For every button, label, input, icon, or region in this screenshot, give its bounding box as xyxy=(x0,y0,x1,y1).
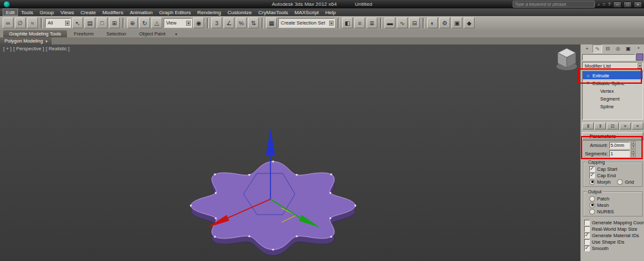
toolbar-item[interactable]: ▾ xyxy=(41,18,43,28)
z-axis-arrow[interactable] xyxy=(266,128,275,155)
amount-spinner[interactable]: ▴▾ xyxy=(631,141,636,149)
ribbon-tab[interactable]: Graphite Modeling Tools xyxy=(3,30,67,37)
layer-manager-icon[interactable]: ≣ ▾ xyxy=(366,17,377,28)
radio[interactable]: NURBS xyxy=(584,208,641,215)
select-and-scale-icon[interactable]: △ ▾ xyxy=(151,17,162,28)
remove-modifier-button[interactable]: × xyxy=(620,122,631,130)
unlink-selection-icon[interactable]: ∅ ▾ xyxy=(15,17,26,28)
rectangular-region-icon[interactable]: □ ▾ xyxy=(97,17,108,28)
snaps-toggle-icon[interactable]: 3 ▾ xyxy=(211,17,222,28)
reference-coordinate-dropdown[interactable]: View ▾ xyxy=(164,18,192,28)
help-icon[interactable]: ? xyxy=(608,2,611,7)
toolbar-item[interactable]: ▾ xyxy=(380,18,382,28)
menu-item[interactable]: Group xyxy=(36,9,57,15)
stack-item-spline[interactable]: Spline xyxy=(583,102,643,110)
align-icon[interactable]: ≡ ▾ xyxy=(354,17,365,28)
select-and-link-icon[interactable]: ∞ ▾ xyxy=(3,17,14,28)
checkbox[interactable]: Cap End xyxy=(584,172,641,179)
show-end-result-button[interactable]: ‖ xyxy=(594,122,606,130)
menu-item[interactable]: Views xyxy=(57,9,77,15)
object-name-field[interactable] xyxy=(582,54,635,61)
make-unique-button[interactable]: ⊡ xyxy=(607,122,618,130)
toolbar-item[interactable]: ▾ xyxy=(337,18,339,28)
tab-display[interactable]: ▣ xyxy=(623,44,633,53)
selection-filter-dropdown[interactable]: All ▾ xyxy=(45,18,71,28)
render-production-icon[interactable]: ◆ ▾ xyxy=(464,17,475,28)
toolbar-item[interactable]: ▾ xyxy=(261,18,263,28)
favorites-star-icon[interactable]: ☆ xyxy=(602,2,606,7)
select-and-move-icon[interactable]: ⊕ ▾ xyxy=(127,17,138,28)
toolbar-item[interactable]: ▾ xyxy=(207,18,209,28)
modifier-list-dropdown[interactable]: Modifier List ▾ xyxy=(582,62,643,70)
bind-to-spacewarp-icon[interactable]: ≈ ▾ xyxy=(27,17,38,28)
checkbox[interactable]: Smooth xyxy=(581,245,644,251)
checkbox[interactable]: Real-World Map Size xyxy=(581,226,644,232)
infocenter-search-input[interactable]: Type a keyword or phrase xyxy=(513,1,595,8)
radio[interactable]: Morph xyxy=(585,179,611,185)
ribbon-tab[interactable]: Object Paint xyxy=(133,30,171,37)
material-editor-icon[interactable]: ◐ ▾ xyxy=(427,17,438,28)
viewcube-icon[interactable] xyxy=(556,48,577,70)
angle-snap-icon[interactable]: ∠ ▾ xyxy=(223,17,234,28)
stack-item-vertex[interactable]: Vertex xyxy=(583,87,643,95)
polygon-modeling-tab[interactable]: Polygon Modeling ▾ xyxy=(0,37,52,44)
search-icon[interactable]: ⌕ xyxy=(598,2,600,7)
stack-item-editable-spline[interactable]: ▾ Editable Spline xyxy=(583,79,643,87)
use-pivot-center-icon[interactable]: ◉ ▾ xyxy=(193,17,204,28)
close-button[interactable]: × xyxy=(634,1,642,8)
pin-stack-button[interactable]: ⊻ xyxy=(582,122,594,130)
maximize-button[interactable]: □ xyxy=(623,1,632,8)
checkbox[interactable]: Cap Start xyxy=(584,166,641,172)
schematic-view-icon[interactable]: ⊟ ▾ xyxy=(409,17,420,28)
percent-snap-icon[interactable]: % ▾ xyxy=(236,17,247,28)
menu-item[interactable]: CryMaxTools xyxy=(255,9,291,15)
menu-item[interactable]: Tools xyxy=(18,9,37,15)
configure-modifier-sets-button[interactable]: ≡ xyxy=(632,122,643,130)
minimize-button[interactable]: ─ xyxy=(613,1,621,8)
viewport-canvas[interactable] xyxy=(0,44,580,261)
select-by-name-icon[interactable]: ▤ ▾ xyxy=(84,17,95,28)
parameters-rollout-header[interactable]: − Parameters xyxy=(582,132,643,140)
checkbox[interactable]: Generate Material IDs xyxy=(581,232,644,238)
tab-modify[interactable]: ∿ xyxy=(592,44,602,53)
menu-item[interactable]: MAXScript xyxy=(291,9,322,15)
checkbox[interactable]: Generate Mapping Coords. xyxy=(581,219,644,226)
named-selection-set-dropdown[interactable]: Create Selection Set ▾ xyxy=(278,18,335,28)
rendered-frame-window-icon[interactable]: ▣ ▾ xyxy=(451,17,462,28)
radio[interactable]: Patch xyxy=(584,195,641,202)
stack-item-segment[interactable]: Segment xyxy=(583,95,643,102)
ribbon-tab[interactable]: Selection xyxy=(100,30,132,37)
menu-item[interactable]: Rendering xyxy=(194,9,224,15)
stack-item-extrude[interactable]: ○ Extrude xyxy=(583,72,643,79)
menu-item[interactable]: Graph Editors xyxy=(156,9,194,15)
menu-item[interactable]: Animation xyxy=(126,9,156,15)
checkbox[interactable]: Use Shape IDs xyxy=(581,238,644,245)
segments-spinner[interactable]: ▴▾ xyxy=(631,150,636,157)
tab-create[interactable]: + xyxy=(582,44,592,53)
ribbon-collapse-icon[interactable]: ▾ xyxy=(175,32,177,36)
object-color-swatch[interactable] xyxy=(636,53,643,61)
graphite-ribbon-toggle-icon[interactable]: ▬ ▾ xyxy=(384,17,395,28)
amount-field[interactable]: 5.0mm xyxy=(609,142,630,149)
tab-utilities[interactable]: * xyxy=(634,44,643,53)
radio[interactable]: Mesh xyxy=(584,202,641,208)
tab-motion[interactable]: ◎ xyxy=(613,44,623,53)
viewport-shading-menu[interactable]: [ Realistic ] xyxy=(46,46,70,52)
edit-named-selection-sets-icon[interactable]: ▦ ▾ xyxy=(266,17,277,28)
menu-item[interactable]: Help xyxy=(322,9,339,15)
menu-item[interactable]: Create xyxy=(77,9,99,15)
toolbar-item[interactable]: ▾ xyxy=(122,18,124,28)
menu-item[interactable]: Edit xyxy=(3,8,18,16)
window-crossing-icon[interactable]: ⊞ ▾ xyxy=(109,17,120,28)
ribbon-tab[interactable]: Freeform xyxy=(68,30,99,37)
spinner-snap-icon[interactable]: ⇅ ▾ xyxy=(248,17,259,28)
curve-editor-icon[interactable]: ∿ ▾ xyxy=(397,17,408,28)
select-object-icon[interactable]: ↖ ▾ xyxy=(72,17,83,28)
mirror-icon[interactable]: ◧ ▾ xyxy=(342,17,353,28)
radio[interactable]: Grid xyxy=(613,179,634,185)
viewport-general-menu[interactable]: [ + ] xyxy=(3,46,12,52)
viewport-pov-menu[interactable]: [ Perspective ] xyxy=(14,46,44,52)
toolbar-item[interactable]: ▾ xyxy=(422,18,424,28)
tab-hierarchy[interactable]: ⊟ xyxy=(603,44,612,53)
render-setup-icon[interactable]: ⚙ ▾ xyxy=(439,17,450,28)
